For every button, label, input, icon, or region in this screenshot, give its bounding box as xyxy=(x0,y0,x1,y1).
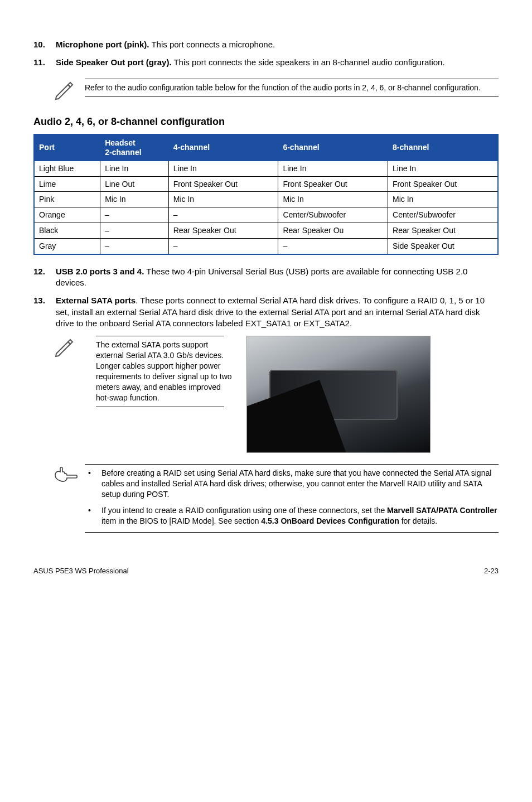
pen-icon xyxy=(54,336,85,453)
bullet-dot: • xyxy=(85,505,101,526)
item-number: 12. xyxy=(33,266,56,289)
table-cell: Lime xyxy=(34,176,100,192)
list-item-10: 10. Microphone port (pink). This port co… xyxy=(33,39,499,50)
list-item-12: 12. USB 2.0 ports 3 and 4. These two 4-p… xyxy=(33,266,499,289)
table-cell: – xyxy=(100,207,169,223)
table-cell: Light Blue xyxy=(34,161,100,176)
table-cell: – xyxy=(278,239,388,254)
note-text: The external SATA ports support external… xyxy=(96,340,235,403)
table-cell: Side Speaker Out xyxy=(388,239,498,254)
bullet-dot: • xyxy=(85,468,101,500)
table-cell: – xyxy=(100,223,169,239)
table-cell: Rear Speaker Out xyxy=(168,223,278,239)
pen-icon xyxy=(54,79,85,104)
item-number: 10. xyxy=(33,39,56,50)
table-cell: Line In xyxy=(278,161,388,176)
item-body: Microphone port (pink). This port connec… xyxy=(56,39,499,50)
table-cell: Mic In xyxy=(168,192,278,207)
table-cell: Line In xyxy=(388,161,498,176)
item-body: External SATA ports. These ports connect… xyxy=(56,295,499,329)
section-heading-audio: Audio 2, 4, 6, or 8-channel configuratio… xyxy=(33,115,499,128)
list-item-11: 11. Side Speaker Out port (gray). This p… xyxy=(33,57,499,68)
footer-left: ASUS P5E3 WS Professional xyxy=(33,566,129,576)
tip-bullet-1: • Before creating a RAID set using Seria… xyxy=(85,468,499,500)
table-row: Light BlueLine InLine InLine InLine In xyxy=(34,161,498,176)
table-cell: Front Speaker Out xyxy=(388,176,498,192)
table-cell: Center/Subwoofer xyxy=(388,207,498,223)
table-cell: Front Speaker Out xyxy=(278,176,388,192)
table-row: PinkMic InMic InMic InMic In xyxy=(34,192,498,207)
table-cell: Black xyxy=(34,223,100,239)
tip-block-raid: • Before creating a RAID set using Seria… xyxy=(54,464,499,532)
th-8ch: 8-channel xyxy=(388,134,498,161)
table-cell: Pink xyxy=(34,192,100,207)
table-cell: Center/Subwoofer xyxy=(278,207,388,223)
th-headset: Headset 2-channel xyxy=(100,134,169,161)
note-text: Refer to the audio configuration table b… xyxy=(85,83,499,93)
tip-bullet-2: • If you intend to create a RAID configu… xyxy=(85,505,499,526)
table-row: Black–Rear Speaker OutRear Speaker OuRea… xyxy=(34,223,498,239)
motherboard-io-panel-image xyxy=(246,336,431,453)
note-content: Refer to the audio configuration table b… xyxy=(85,79,499,97)
item-rest: This port connects a microphone. xyxy=(149,40,275,49)
table-cell: Rear Speaker Out xyxy=(388,223,498,239)
hand-point-icon xyxy=(54,464,85,487)
item-body: USB 2.0 ports 3 and 4. These two 4-pin U… xyxy=(56,266,499,289)
list-item-13: 13. External SATA ports. These ports con… xyxy=(33,295,499,329)
th-4ch: 4-channel xyxy=(168,134,278,161)
table-row: Orange––Center/SubwooferCenter/Subwoofer xyxy=(34,207,498,223)
item-rest: This port connects the side speakers in … xyxy=(172,57,445,67)
note-with-image: The external SATA ports support external… xyxy=(54,336,499,453)
item-lead: USB 2.0 ports 3 and 4. xyxy=(56,267,144,276)
item-lead: Microphone port (pink). xyxy=(56,40,149,49)
table-cell: Front Speaker Out xyxy=(168,176,278,192)
th-6ch: 6-channel xyxy=(278,134,388,161)
table-cell: Line In xyxy=(100,161,169,176)
audio-config-table: Port Headset 2-channel 4-channel 6-chann… xyxy=(33,134,499,255)
bullet-text: If you intend to create a RAID configura… xyxy=(101,505,499,526)
table-cell: Mic In xyxy=(100,192,169,207)
th-port: Port xyxy=(34,134,100,161)
tip-content: • Before creating a RAID set using Seria… xyxy=(85,464,499,532)
table-cell: – xyxy=(168,239,278,254)
note-block-audio-config: Refer to the audio configuration table b… xyxy=(54,79,499,104)
note-content: The external SATA ports support external… xyxy=(96,336,235,453)
bullet-text: Before creating a RAID set using Serial … xyxy=(101,468,499,500)
item-number: 13. xyxy=(33,295,56,329)
item-lead: External SATA ports xyxy=(56,296,136,305)
table-cell: – xyxy=(100,239,169,254)
table-cell: Line Out xyxy=(100,176,169,192)
table-cell: Gray xyxy=(34,239,100,254)
table-row: LimeLine OutFront Speaker OutFront Speak… xyxy=(34,176,498,192)
item-lead: Side Speaker Out port (gray). xyxy=(56,57,172,67)
esata-photo xyxy=(246,336,499,453)
table-row: Gray–––Side Speaker Out xyxy=(34,239,498,254)
table-cell: Mic In xyxy=(388,192,498,207)
item-number: 11. xyxy=(33,57,56,68)
table-cell: Orange xyxy=(34,207,100,223)
item-body: Side Speaker Out port (gray). This port … xyxy=(56,57,499,68)
table-cell: Rear Speaker Ou xyxy=(278,223,388,239)
table-cell: Mic In xyxy=(278,192,388,207)
footer-right: 2-23 xyxy=(484,566,499,576)
table-cell: – xyxy=(168,207,278,223)
page-footer: ASUS P5E3 WS Professional 2-23 xyxy=(33,566,499,576)
table-cell: Line In xyxy=(168,161,278,176)
